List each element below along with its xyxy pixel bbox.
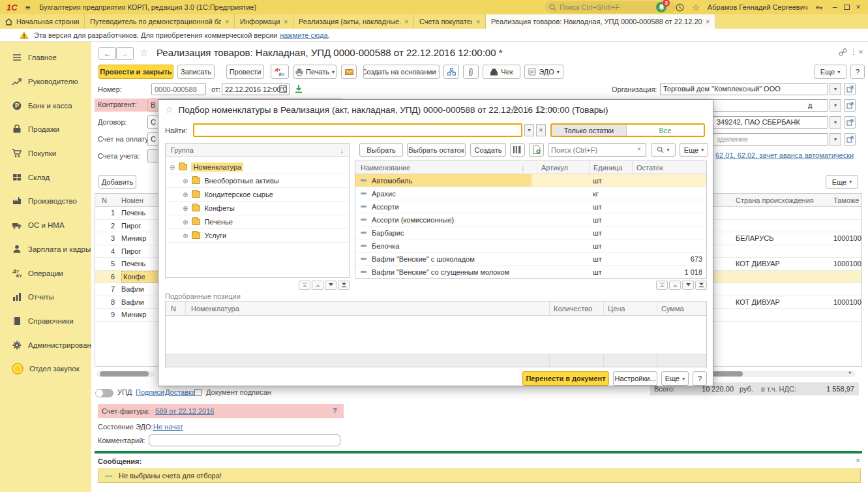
bank-account-open-icon[interactable]	[844, 116, 856, 129]
list-search-clear-icon[interactable]: ×	[637, 146, 641, 153]
tab-guide[interactable]: Путеводитель по демонстрационной базе ×	[85, 14, 235, 29]
close-icon[interactable]: ×	[225, 18, 229, 25]
expand-icon[interactable]: ⊕	[183, 177, 188, 185]
dt-kt-button[interactable]: ДтКт	[271, 65, 289, 79]
print-button[interactable]: Печать▾	[293, 65, 337, 79]
list-item[interactable]: Ассорти (комиссионные) шт	[355, 213, 706, 226]
set-time-icon[interactable]	[294, 84, 303, 93]
buy-version-link[interactable]: нажмите сюда	[280, 31, 327, 39]
find-dropdown-icon[interactable]: ▾	[524, 124, 534, 136]
expand-icon[interactable]: ⊕	[183, 191, 188, 198]
user-name[interactable]: Абрамов Геннадий Сергеевич	[708, 3, 808, 11]
warehouse-dropdown-icon[interactable]: ▾	[830, 99, 841, 112]
notifications-icon[interactable]: 3	[656, 2, 666, 12]
tree-scroll-down-icon[interactable]	[325, 281, 337, 290]
post-button[interactable]: Провести	[226, 65, 264, 79]
search-options-button[interactable]: ▾	[651, 143, 676, 157]
sidebar-item-sklad[interactable]: Склад	[0, 165, 91, 189]
tab-information[interactable]: Информация ×	[235, 14, 293, 29]
division-dropdown-icon[interactable]: ▾	[830, 133, 841, 146]
sidebar-item-proizvodstvo[interactable]: Производство	[0, 189, 91, 213]
upd-toggle[interactable]	[95, 389, 113, 397]
division-open-icon[interactable]	[844, 133, 856, 146]
signatures-link[interactable]: Подписи	[136, 388, 164, 396]
load-document-button[interactable]	[529, 143, 544, 157]
items-list[interactable]: Наименование ↓ Артикул Единица Остаток А…	[355, 161, 707, 279]
form-more-button[interactable]: Еще▾	[814, 65, 846, 79]
sidebar-item-pokupki[interactable]: Покупки	[0, 142, 91, 166]
messages-close-icon[interactable]: ×	[856, 456, 860, 465]
picked-positions-table[interactable]: N Номенклатура Количество Цена Сумма	[165, 301, 707, 367]
list-item[interactable]: Ассорти шт	[355, 200, 706, 213]
message-item[interactable]: — Не выбраны счета для отбора!	[98, 469, 861, 483]
tree-scroll-top-icon[interactable]	[299, 281, 310, 290]
dialog-more-button[interactable]: Еще▾	[661, 371, 689, 386]
bank-account-dropdown-icon[interactable]: ▾	[830, 116, 841, 129]
favorites-star-icon[interactable]: ☆	[692, 3, 700, 12]
create-based-on-button[interactable]: Создать на основании▾	[363, 65, 440, 79]
check-button[interactable]: Чек	[483, 65, 520, 79]
organization-dropdown-icon[interactable]: ▾	[830, 83, 841, 95]
email-button[interactable]	[341, 65, 357, 79]
sidebar-item-zarplata-i-kadry[interactable]: Зарплата и кадры	[0, 238, 91, 262]
number-field[interactable]	[151, 83, 206, 95]
forward-button[interactable]: →	[116, 47, 134, 60]
calendar-icon[interactable]	[279, 85, 287, 93]
minimize-icon[interactable]: –	[829, 3, 841, 12]
favorite-star-icon[interactable]: ☆	[140, 47, 148, 59]
settings-button[interactable]: Настройки...	[613, 371, 657, 386]
tree-item[interactable]: ⊕ Конфеты	[166, 202, 349, 215]
find-field[interactable]	[193, 123, 522, 137]
sidebar-item-spravochniki[interactable]: Справочники	[0, 309, 91, 333]
form-close-icon[interactable]: ×	[858, 47, 863, 57]
history-icon[interactable]	[676, 3, 684, 12]
post-and-close-button[interactable]: Провести и закрыть	[98, 65, 173, 79]
list-item-selected[interactable]: Автомобиль шт	[355, 174, 706, 187]
expand-icon[interactable]: ⊕	[183, 219, 188, 226]
dialog-maximize-icon[interactable]	[537, 106, 543, 112]
list-item[interactable]: Белочка шт	[355, 239, 706, 253]
close-icon[interactable]: ×	[706, 18, 710, 25]
get-link-icon[interactable]	[839, 48, 847, 57]
sidebar-item-otchety[interactable]: Отчеты	[0, 285, 91, 309]
dialog-link-icon[interactable]	[509, 106, 517, 114]
sidebar-item-os-i-nma[interactable]: ОС и НМА	[0, 213, 91, 238]
select-remain-button[interactable]: Выбрать остаток	[407, 143, 466, 157]
list-scroll-bottom-icon[interactable]	[695, 281, 707, 290]
hscrollbar-right[interactable]: ▸	[711, 371, 856, 377]
sidebar-item-rukovoditelyu[interactable]: Руководителю	[0, 70, 91, 94]
tab-sales-document[interactable]: Реализация товаров: Накладная, УПД 0000-…	[486, 14, 715, 29]
scroll-right-icon[interactable]: ▸	[849, 369, 852, 375]
close-icon[interactable]: ×	[476, 18, 480, 25]
table-more-button[interactable]: Еще▾	[826, 175, 858, 189]
sidebar-item-glavnoe[interactable]: Главное	[0, 46, 91, 70]
warehouse-open-icon[interactable]	[844, 99, 856, 112]
list-item[interactable]: Вафли "Венские" со сгущенным молоком шт …	[355, 266, 706, 279]
add-row-button[interactable]: Добавить	[98, 175, 136, 189]
attachments-button[interactable]	[463, 65, 479, 79]
all-option[interactable]: Все	[627, 125, 704, 136]
list-scroll-up-icon[interactable]	[669, 281, 681, 290]
dialog-help-button[interactable]: ?	[693, 371, 707, 386]
sidebar-item-operacii[interactable]: ДтКт Операции	[0, 261, 91, 285]
tree-item[interactable]: ⊕ Услуги	[166, 229, 349, 243]
window-close-icon[interactable]: ×	[852, 3, 864, 12]
help-button[interactable]: ?	[850, 65, 865, 79]
select-button[interactable]: Выбрать	[359, 143, 403, 157]
create-button[interactable]: Создать	[470, 143, 506, 157]
tree-item[interactable]: ⊕ Внеоборотные активы	[166, 174, 349, 188]
structure-button[interactable]	[443, 65, 459, 79]
organization-field[interactable]: Торговый дом "Комплексный" ООО	[660, 83, 828, 95]
save-button[interactable]: Записать	[177, 65, 215, 79]
transfer-to-document-button[interactable]: Перенести в документ	[522, 371, 609, 386]
tree-item[interactable]: ⊕ Печенье	[166, 215, 349, 229]
tree-scroll-up-icon[interactable]	[312, 281, 323, 290]
list-item[interactable]: Вафли "Венские" с шоколадом шт 673	[355, 253, 706, 266]
groups-tree[interactable]: Группа ↓ ⊖ Номенклатура ⊕ Внеоборотные а…	[165, 143, 350, 278]
tab-customer-invoices[interactable]: Счета покупателям ×	[414, 14, 486, 29]
tab-home[interactable]: Начальная страница	[0, 14, 85, 29]
delivery-link[interactable]: Доставка	[165, 388, 196, 396]
list-item[interactable]: Барбарис шт	[355, 226, 706, 239]
list-scroll-down-icon[interactable]	[682, 281, 694, 290]
tab-sales-list[interactable]: Реализация (акты, накладные, УПД) ×	[293, 14, 414, 29]
